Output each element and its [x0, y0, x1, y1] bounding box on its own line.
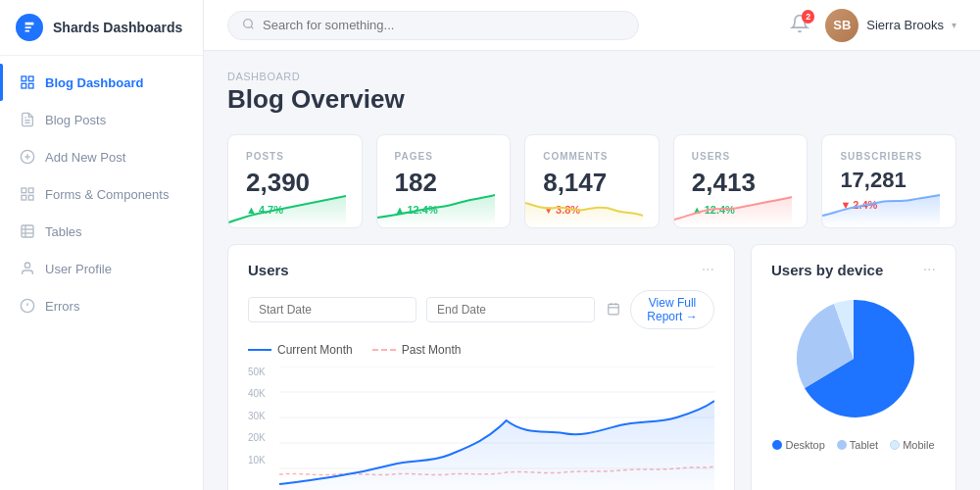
start-date-input[interactable] [248, 297, 416, 322]
brand-name: Shards Dashboards [53, 20, 182, 35]
svg-point-17 [24, 263, 29, 268]
search-input[interactable] [263, 18, 624, 32]
device-panel-title: Users by device [771, 262, 883, 278]
main-area: 2 SB Sierra Brooks ▾ DASHBOARD Blog Over… [204, 0, 980, 490]
stat-card-subscribers: SUBSCRIBERS 17,281 ▼ 2.4% [821, 134, 956, 228]
calendar-icon [607, 302, 620, 318]
sparkline-pages [377, 188, 495, 227]
stats-row: POSTS 2,390 ▲ 4.7% PAGES 182 ▲ 12.4% [227, 134, 956, 228]
header-right: 2 SB Sierra Brooks ▾ [790, 9, 956, 42]
brand-logo-icon [23, 21, 36, 34]
users-panel-title: Users [248, 262, 289, 278]
legend-current-month: Current Month [248, 343, 353, 357]
user-icon [20, 261, 35, 276]
avatar: SB [825, 9, 858, 42]
users-panel: Users ··· View Full Report → Current Mon… [227, 244, 735, 490]
svg-rect-9 [22, 188, 26, 193]
device-pie-chart [785, 290, 922, 427]
svg-rect-13 [22, 225, 33, 237]
layout-icon [20, 74, 35, 90]
past-month-line-icon [372, 349, 396, 351]
search-icon [242, 18, 255, 33]
sidebar-item-label: Blog Posts [45, 113, 106, 127]
stat-label: SUBSCRIBERS [840, 151, 938, 162]
svg-rect-3 [28, 83, 33, 88]
page-header: DASHBOARD Blog Overview [227, 71, 956, 119]
user-menu[interactable]: SB Sierra Brooks ▾ [825, 9, 956, 42]
legend-tablet: Tablet [837, 439, 878, 451]
stat-label: COMMENTS [543, 151, 641, 162]
y-label-10k: 10K [248, 455, 266, 466]
bottom-row: Users ··· View Full Report → Current Mon… [227, 244, 956, 490]
legend-desktop: Desktop [772, 439, 824, 451]
users-line-chart [248, 367, 714, 490]
svg-rect-0 [22, 76, 26, 81]
sidebar-item-add-new-post[interactable]: Add New Post [0, 138, 203, 175]
svg-rect-11 [22, 195, 26, 200]
sparkline-subscribers [822, 188, 940, 227]
forms-icon [20, 186, 35, 202]
end-date-input[interactable] [426, 297, 595, 322]
current-month-line-icon [248, 349, 271, 351]
alert-circle-icon [20, 298, 35, 314]
sidebar-item-label: Blog Dashboard [45, 75, 143, 90]
stat-card-pages: PAGES 182 ▲ 12.4% [376, 134, 512, 228]
tablet-label: Tablet [850, 439, 878, 451]
device-panel-menu-icon[interactable]: ··· [923, 261, 936, 278]
svg-line-22 [251, 26, 253, 28]
sidebar-item-errors[interactable]: Errors [0, 287, 203, 324]
search-bar[interactable] [227, 11, 639, 40]
date-toolbar: View Full Report → [248, 290, 714, 329]
sidebar-item-label: User Profile [45, 262, 112, 276]
stat-card-posts: POSTS 2,390 ▲ 4.7% [227, 134, 363, 228]
y-label-30k: 30K [248, 411, 266, 421]
sidebar-item-blog-dashboard[interactable]: Blog Dashboard [0, 64, 203, 101]
file-text-icon [20, 112, 35, 127]
legend-mobile: Mobile [890, 439, 934, 451]
sparkline-posts [228, 188, 346, 227]
y-label-20k: 20K [248, 432, 266, 443]
avatar-image: SB [825, 9, 858, 42]
stat-card-users: USERS 2,413 ▲ 12.4% [673, 134, 808, 228]
notifications-button[interactable]: 2 [790, 14, 809, 37]
svg-point-21 [244, 19, 253, 27]
desktop-label: Desktop [785, 439, 824, 451]
svg-rect-12 [28, 195, 33, 200]
tablet-dot-icon [837, 440, 847, 450]
sidebar-navigation: Blog Dashboard Blog Posts Add New Post F… [0, 56, 203, 332]
users-panel-header: Users ··· [248, 261, 714, 278]
user-name: Sierra Brooks [866, 18, 944, 32]
y-label-50k: 50K [248, 367, 266, 377]
breadcrumb: DASHBOARD [227, 71, 956, 82]
device-panel: Users by device ··· Desktop [751, 244, 956, 490]
users-chart-area: 50K 40K 30K 20K 10K [248, 367, 714, 490]
tables-icon [20, 223, 35, 239]
svg-rect-10 [28, 188, 33, 193]
sidebar-item-tables[interactable]: Tables [0, 213, 203, 250]
panel-menu-icon[interactable]: ··· [702, 261, 714, 278]
notification-badge: 2 [802, 10, 814, 24]
sidebar-item-forms-components[interactable]: Forms & Components [0, 175, 203, 213]
view-full-report-button[interactable]: View Full Report → [630, 290, 714, 329]
y-axis: 50K 40K 30K 20K 10K [248, 367, 266, 490]
brand-icon [16, 14, 43, 41]
device-legend: Desktop Tablet Mobile [772, 439, 934, 451]
plus-circle-icon [20, 149, 35, 165]
sidebar-brand[interactable]: Shards Dashboards [0, 0, 203, 56]
sidebar-item-label: Tables [45, 224, 82, 239]
chevron-down-icon: ▾ [952, 20, 956, 30]
legend-past-month: Past Month [372, 343, 462, 357]
sidebar-item-label: Add New Post [45, 150, 125, 165]
stat-label: PAGES [395, 151, 493, 162]
sidebar-item-blog-posts[interactable]: Blog Posts [0, 101, 203, 138]
sidebar-item-user-profile[interactable]: User Profile [0, 250, 203, 287]
stat-card-comments: COMMENTS 8,147 ▼ 3.8% [524, 134, 660, 228]
svg-rect-1 [28, 76, 33, 81]
mobile-dot-icon [890, 440, 900, 450]
sparkline-comments [525, 188, 643, 227]
legend-current-label: Current Month [277, 343, 353, 357]
mobile-label: Mobile [903, 439, 934, 451]
page-title: Blog Overview [227, 84, 956, 115]
sparkline-users [674, 188, 792, 227]
svg-rect-23 [609, 304, 619, 315]
